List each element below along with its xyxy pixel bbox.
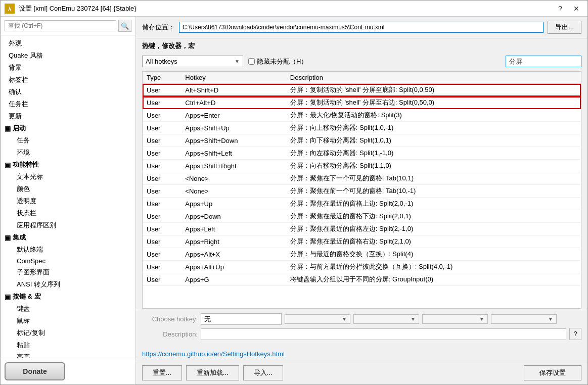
sidebar-item-colors[interactable]: 颜色 (9, 183, 135, 195)
cell-hotkey: Apps+G (181, 273, 286, 286)
cell-description: 分屏：向上移动分离器: Split(1,0,-1) (286, 122, 581, 134)
sidebar-group-startup-header[interactable]: ▣ 启动 (1, 122, 135, 134)
sidebar-group-features-header[interactable]: ▣ 功能特性 (1, 159, 135, 171)
sidebar-item-mouse[interactable]: 鼠标 (9, 315, 135, 327)
chevron-down-icon: ▼ (411, 316, 416, 322)
sidebar-item-transparency[interactable]: 透明度 (9, 195, 135, 207)
chevron-down-icon: ▼ (548, 316, 553, 322)
search-input[interactable] (5, 20, 116, 31)
sidebar-item-appid[interactable]: 应用程序区别 (9, 219, 135, 231)
sidebar-item-env[interactable]: 环境 (9, 147, 135, 159)
cell-hotkey: Apps+Alt+X (181, 248, 286, 261)
table-row[interactable]: UserCtrl+Alt+D分屏：复制活动的 'shell' 分屏至右边: Sp… (143, 97, 581, 109)
sidebar-group-integration-header[interactable]: ▣ 集成 (1, 231, 135, 244)
table-row[interactable]: UserAlt+Shift+D分屏：复制活动的 'shell' 分屏至底部: S… (143, 84, 581, 97)
search-button[interactable]: 🔍 (118, 20, 131, 32)
col-type: Type (143, 72, 181, 84)
main-window: λ 设置 [xml] ConEmu 230724 [64] {Stable} ?… (0, 0, 588, 385)
table-row[interactable]: UserApps+Alt+X分屏：与最近的窗格交换（互换）: Split(4) (143, 248, 581, 261)
table-row[interactable]: UserApps+Shift+Left分屏：向左移动分离器: Split(1,-… (143, 147, 581, 160)
save-button[interactable]: 保存设置 (524, 365, 581, 380)
table-row[interactable]: UserApps+Shift+Right分屏：向右移动分离器: Split(1,… (143, 160, 581, 172)
sidebar-item-confirm[interactable]: 确认 (1, 86, 135, 98)
table-row[interactable]: UserApps+Left分屏：聚焦在最近的窗格左边: Split(2,-1,0… (143, 223, 581, 235)
col-hotkey: Hotkey (181, 72, 286, 84)
sidebar-item-tasks[interactable]: 任务 (9, 134, 135, 147)
hotkeys-link[interactable]: https://conemu.github.io/en/SettingsHotk… (142, 350, 285, 358)
link-area: https://conemu.github.io/en/SettingsHotk… (136, 347, 587, 361)
hide-unassigned-checkbox[interactable] (248, 58, 255, 65)
storage-label: 储存位置： (142, 23, 175, 32)
sidebar-item-highlight[interactable]: 高亮 (9, 351, 135, 358)
sidebar-item-appearance[interactable]: 外观 (1, 37, 135, 50)
sidebar-item-quake[interactable]: Quake 风格 (1, 50, 135, 62)
reset-button[interactable]: 重置... (142, 365, 182, 380)
sidebar-item-statusbar[interactable]: 状态栏 (9, 207, 135, 219)
table-row[interactable]: UserApps+Up分屏：聚焦在最近的窗格上边: Split(2,0,-1) (143, 198, 581, 210)
close-button[interactable]: ✕ (569, 3, 583, 15)
hide-unassigned-area: 隐藏未分配（H） (248, 57, 307, 66)
hotkey-modifier-dropdown-3[interactable]: ▼ (422, 314, 488, 324)
sidebar-item-taskbar[interactable]: 任务栏 (1, 98, 135, 110)
editor-area: Choose hotkey: ▼ ▼ ▼ (136, 309, 587, 347)
table-row[interactable]: User<None>分屏：聚焦在下一个可见的窗格: Tab(10,1) (143, 172, 581, 185)
cell-type: User (143, 109, 181, 122)
sidebar-group-integration: ▣ 集成 默认终端 ComSpec 子图形界面 ANSI 转义序列 (1, 231, 135, 291)
cell-description: 分屏：最大化/恢复活动的窗格: Split(3) (286, 109, 581, 122)
cell-hotkey: Apps+Shift+Left (181, 147, 286, 160)
hotkey-modifier-dropdown-4[interactable]: ▼ (491, 314, 557, 324)
cell-description: 分屏：与前方最近的分栏彼此交换（互换）: Split(4,0,-1) (286, 261, 581, 273)
sidebar-item-paste[interactable]: 粘贴 (9, 339, 135, 351)
import-button[interactable]: 导入... (243, 365, 283, 380)
sidebar-group-hotkeys-header[interactable]: ▣ 按键 & 宏 (1, 291, 135, 303)
sidebar-group-startup: ▣ 启动 任务 环境 (1, 122, 135, 159)
help-button[interactable]: ? (553, 3, 567, 15)
sidebar-item-update[interactable]: 更新 (1, 110, 135, 122)
hotkey-modifier-dropdown-2[interactable]: ▼ (353, 314, 419, 324)
hotkey-value-input[interactable] (201, 313, 282, 325)
table-row[interactable]: UserApps+Alt+Up分屏：与前方最近的分栏彼此交换（互换）: Spli… (143, 261, 581, 273)
hide-unassigned-label[interactable]: 隐藏未分配（H） (257, 57, 307, 66)
cell-description: 分屏：向下移动分离器: Split(1,0,1) (286, 134, 581, 147)
help-button-inline[interactable]: ? (569, 328, 581, 340)
cell-description: 分屏：聚焦在最近的窗格上边: Split(2,0,-1) (286, 198, 581, 210)
table-row[interactable]: UserApps+Shift+Up分屏：向上移动分离器: Split(1,0,-… (143, 122, 581, 134)
table-row[interactable]: UserApps+G将键盘输入分组以用于不同的分屏: GroupInput(0) (143, 273, 581, 286)
cell-description: 分屏：向右移动分离器: Split(1,1,0) (286, 160, 581, 172)
storage-path-input[interactable] (179, 22, 544, 33)
reload-button[interactable]: 重新加载... (186, 365, 239, 380)
filter-dropdown[interactable]: All hotkeys ▼ (142, 56, 243, 67)
table-row[interactable]: UserApps+Right分屏：聚焦在最近的窗格右边: Split(2,1,0… (143, 235, 581, 248)
sidebar-item-keyboard[interactable]: 键盘 (9, 303, 135, 315)
sidebar-item-background[interactable]: 背景 (1, 62, 135, 74)
hotkey-modifier-dropdown-1[interactable]: ▼ (285, 314, 350, 324)
table-row[interactable]: UserApps+Shift+Down分屏：向下移动分离器: Split(1,0… (143, 134, 581, 147)
hotkey-search-input[interactable] (506, 56, 581, 67)
table-row[interactable]: UserApps+Down分屏：聚焦在最近的窗格下边: Split(2,0,1) (143, 210, 581, 223)
table-row[interactable]: User<None>分屏：聚焦在前一个可见的窗格: Tab(10,-1) (143, 185, 581, 198)
cell-type: User (143, 160, 181, 172)
table-row[interactable]: UserApps+Enter分屏：最大化/恢复活动的窗格: Split(3) (143, 109, 581, 122)
sidebar-item-mark-copy[interactable]: 标记/复制 (9, 327, 135, 339)
description-row: Description: ? (142, 328, 581, 340)
donate-button[interactable]: Donate (5, 362, 65, 380)
cell-hotkey: Apps+Up (181, 198, 286, 210)
sidebar: 🔍 外观 Quake 风格 背景 标签栏 确认 任务栏 更新 ▣ 启动 任务 环… (1, 17, 136, 384)
cell-type: User (143, 134, 181, 147)
cell-description: 分屏：聚焦在最近的窗格右边: Split(2,1,0) (286, 235, 581, 248)
sidebar-item-subgui[interactable]: 子图形界面 (9, 266, 135, 278)
sidebar-item-tabs[interactable]: 标签栏 (1, 74, 135, 86)
sidebar-item-ansi[interactable]: ANSI 转义序列 (9, 278, 135, 291)
cell-hotkey: Ctrl+Alt+D (181, 97, 286, 109)
cell-description: 分屏：聚焦在前一个可见的窗格: Tab(10,-1) (286, 185, 581, 198)
section-title: 热键，修改器，宏 (136, 38, 587, 54)
sidebar-item-cursor[interactable]: 文本光标 (9, 171, 135, 183)
sidebar-item-default-term[interactable]: 默认终端 (9, 244, 135, 256)
export-button[interactable]: 导出... (548, 21, 581, 34)
cell-type: User (143, 235, 181, 248)
cell-type: User (143, 122, 181, 134)
cell-type: User (143, 261, 181, 273)
cell-description: 分屏：聚焦在最近的窗格下边: Split(2,0,1) (286, 210, 581, 223)
sidebar-item-comspec[interactable]: ComSpec (9, 256, 135, 266)
description-input[interactable] (201, 328, 566, 340)
